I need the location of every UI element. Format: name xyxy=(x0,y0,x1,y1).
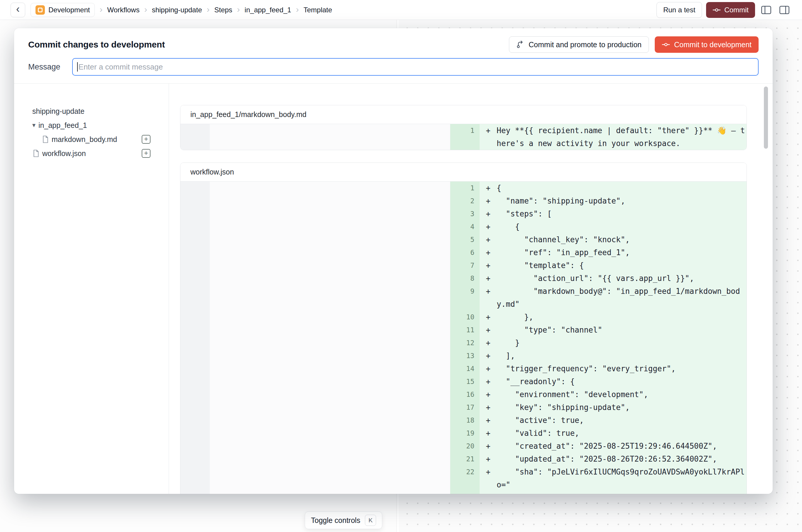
tree-item-workflow-json[interactable]: workflow.json + xyxy=(14,146,169,160)
diff-line: 6 + "ref": "in_app_feed_1", xyxy=(181,246,747,259)
diff-old-gutter xyxy=(181,427,210,440)
diff-line-number: 6 xyxy=(450,246,480,259)
diff-added-sign: + xyxy=(480,349,497,362)
diff-code-text: }, xyxy=(497,310,747,323)
diff-old-gutter xyxy=(181,414,210,427)
diff-old-gutter xyxy=(181,440,210,453)
tree-item-step-folder[interactable]: ▾ in_app_feed_1 xyxy=(14,118,169,132)
diff-added-sign: + xyxy=(480,259,497,272)
diff-old-code xyxy=(210,233,450,246)
diff-added-sign: + xyxy=(480,246,497,259)
diff-added-sign: + xyxy=(480,336,497,349)
topbar-actions: Run a test Commit xyxy=(656,2,791,18)
topbar: ‹ Development › Workflows › shipping-upd… xyxy=(0,0,802,20)
diff-added-icon: + xyxy=(142,149,150,158)
toggle-controls-button[interactable]: Toggle controls K xyxy=(305,511,382,529)
diff-viewer[interactable]: in_app_feed_1/markdown_body.md 1 + Hey *… xyxy=(169,83,773,494)
diff-line: 20 + "created_at": "2025-08-25T19:29:46.… xyxy=(181,440,747,453)
diff-rows: 1 + { 2 + "name": "shipping-update", xyxy=(181,182,747,494)
diff-line: 8 + "action_url": "{{ vars.app_url }}", xyxy=(181,272,747,285)
toggle-right-panel-button[interactable] xyxy=(777,3,791,17)
breadcrumb-item-steps[interactable]: Steps xyxy=(214,6,232,14)
diff-line-number: 18 xyxy=(450,414,480,427)
diff-old-code xyxy=(210,375,450,388)
modal-title: Commit changes to development xyxy=(28,40,165,50)
diff-code-text: "active": true, xyxy=(497,414,747,427)
diff-filename: workflow.json xyxy=(190,168,234,176)
commit-and-promote-button[interactable]: Commit and promote to production xyxy=(509,36,649,53)
text-caret xyxy=(77,62,78,72)
chevron-right-icon: › xyxy=(99,5,102,15)
diff-line-number: 12 xyxy=(450,336,480,349)
chevron-right-icon: › xyxy=(237,5,240,15)
diff-old-gutter xyxy=(181,323,210,336)
diff-old-code xyxy=(210,323,450,336)
diff-added-sign: + xyxy=(480,233,497,246)
diff-code-text: "environment": "development", xyxy=(497,388,747,401)
breadcrumb-item-workflows[interactable]: Workflows xyxy=(107,6,139,14)
scrollbar-thumb[interactable] xyxy=(764,87,768,149)
diff-line-number: 21 xyxy=(450,453,480,466)
diff-old-gutter xyxy=(181,336,210,349)
diff-code-text: "markdown_body@": "in_app_feed_1/markdow… xyxy=(497,285,747,310)
keyboard-shortcut-badge: K xyxy=(365,515,376,526)
diff-added-sign: + xyxy=(480,310,497,323)
diff-old-gutter xyxy=(181,375,210,388)
diff-line-number: 9 xyxy=(450,285,480,310)
diff-old-code xyxy=(210,220,450,233)
diff-code-text: "key": "shipping-update", xyxy=(497,401,747,414)
breadcrumb-environment-label: Development xyxy=(49,6,90,14)
environment-icon xyxy=(36,5,45,15)
diff-old-gutter xyxy=(181,349,210,362)
commit-to-development-button[interactable]: Commit to development xyxy=(655,36,759,53)
tree-item-workflow-root[interactable]: shipping-update xyxy=(14,104,169,118)
toggle-left-panel-button[interactable] xyxy=(759,3,773,17)
diff-line: 2 + "name": "shipping-update", xyxy=(181,194,747,207)
diff-line-number: 19 xyxy=(450,427,480,440)
diff-line: 3 + "steps": [ xyxy=(181,207,747,220)
breadcrumb-item-step[interactable]: in_app_feed_1 xyxy=(245,6,291,14)
tree-folder-label: in_app_feed_1 xyxy=(38,121,87,130)
diff-old-code xyxy=(210,491,450,494)
file-icon xyxy=(33,150,39,157)
run-test-label: Run a test xyxy=(663,6,695,14)
diff-added-sign: + xyxy=(480,272,497,285)
diff-line-number: 10 xyxy=(450,310,480,323)
run-test-button[interactable]: Run a test xyxy=(656,2,702,18)
diff-line-number: 17 xyxy=(450,401,480,414)
diff-code-text: "type": "channel" xyxy=(497,323,747,336)
breadcrumb-item-workflow-key[interactable]: shipping-update xyxy=(152,6,202,14)
diff-added-sign: + xyxy=(480,182,497,194)
back-button[interactable]: ‹ xyxy=(11,3,25,17)
diff-old-code xyxy=(210,349,450,362)
diff-line: 13 + ], xyxy=(181,349,747,362)
commit-label: Commit xyxy=(724,6,749,14)
diff-added-sign: + xyxy=(480,453,497,466)
diff-added-sign: + xyxy=(480,194,497,207)
breadcrumb-environment[interactable]: Development xyxy=(31,3,95,17)
breadcrumb-item-template[interactable]: Template xyxy=(304,6,332,14)
diff-added-sign: + xyxy=(480,427,497,440)
diff-old-gutter xyxy=(181,272,210,285)
tree-item-markdown-body[interactable]: markdown_body.md + xyxy=(14,132,169,146)
diff-code-text: "steps": [ xyxy=(497,207,747,220)
diff-code-text: "ref": "in_app_feed_1", xyxy=(497,246,747,259)
diff-line: 7 + "template": { xyxy=(181,259,747,272)
breadcrumb: Development › Workflows › shipping-updat… xyxy=(31,3,332,17)
diff-line: 17 + "key": "shipping-update", xyxy=(181,401,747,414)
commit-button[interactable]: Commit xyxy=(706,2,755,18)
commit-message-input[interactable] xyxy=(72,58,759,76)
tree-file-label: workflow.json xyxy=(42,149,86,158)
diff-added-sign: + xyxy=(480,220,497,233)
diff-old-gutter xyxy=(181,285,210,310)
commit-modal-body: shipping-update ▾ in_app_feed_1 markdown… xyxy=(14,83,773,494)
diff-added-sign: + xyxy=(480,414,497,427)
diff-file-header: in_app_feed_1/markdown_body.md xyxy=(181,105,747,124)
chevron-right-icon: › xyxy=(296,5,299,15)
diff-line: 9 + "markdown_body@": "in_app_feed_1/mar… xyxy=(181,285,747,310)
diff-line-number: 14 xyxy=(450,362,480,375)
diff-code-text: "name": "shipping-update", xyxy=(497,194,747,207)
file-icon xyxy=(42,135,49,143)
diff-old-gutter xyxy=(181,220,210,233)
diff-line: 21 + "updated_at": "2025-08-26T20:26:52.… xyxy=(181,453,747,466)
